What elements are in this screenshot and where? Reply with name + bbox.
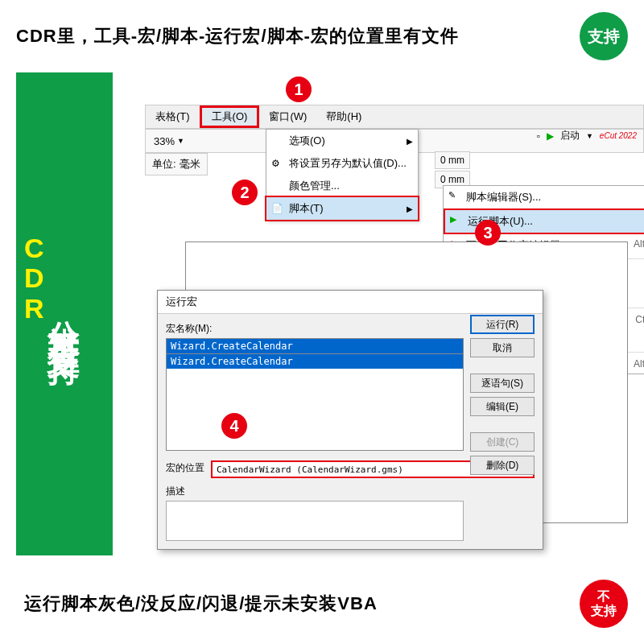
dialog-title: 运行宏 <box>158 291 543 314</box>
step-badge-4: 4 <box>221 413 247 439</box>
right-toolbar: ▫ ▶ 启动 ▼ eCut 2022 ◧ <box>537 129 644 142</box>
unsupported-badge: 不支持 <box>580 580 628 628</box>
dropdown-save-default[interactable]: ⚙ 将设置另存为默认值(D)... <box>266 152 418 175</box>
ecut-label: eCut 2022 <box>600 131 637 140</box>
app-screenshot: 表格(T) 工具(O) 窗口(W) 帮助(H) 33%▼ ▫ ▶ 启动 ▼ eC… <box>145 80 644 547</box>
menu-window[interactable]: 窗口(W) <box>259 105 316 128</box>
units-label: 单位: <box>152 157 176 171</box>
play-icon: ▶ <box>450 214 456 225</box>
menu-tools[interactable]: 工具(O) <box>200 105 260 128</box>
play-icon[interactable]: ▶ <box>547 130 554 142</box>
desc-box <box>166 501 464 541</box>
menubar: 表格(T) 工具(O) 窗口(W) 帮助(H) <box>145 105 644 129</box>
launch-button[interactable]: 启动 <box>560 129 580 142</box>
left-panel: 分辨是否支持 <box>16 72 113 555</box>
gear-icon: ⚙ <box>271 158 280 169</box>
desc-label: 描述 <box>166 485 535 498</box>
create-button: 创建(C) <box>470 432 535 452</box>
dropdown-scripts[interactable]: 📄 脚本(T)▶ <box>265 196 419 221</box>
delete-button[interactable]: 删除(D) <box>470 456 535 475</box>
dimension-1[interactable]: 0 mm <box>435 151 470 169</box>
square-icon[interactable]: ▫ <box>537 130 540 142</box>
macro-list[interactable]: Wizard.CreateCalendar <box>166 354 464 451</box>
location-label: 宏的位置 <box>166 461 204 475</box>
run-button[interactable]: 运行(R) <box>470 315 535 334</box>
submenu-editor[interactable]: ✎ 脚本编辑器(S)...Alt+ <box>444 186 644 208</box>
zoom-selector[interactable]: 33%▼ <box>154 135 184 147</box>
step-badge-1: 1 <box>286 76 312 102</box>
script-icon: 📄 <box>271 203 283 214</box>
menu-tables[interactable]: 表格(T) <box>146 105 200 128</box>
units-bar: 单位: 毫米 <box>145 153 208 175</box>
edit-button[interactable]: 编辑(E) <box>470 397 535 416</box>
menu-help[interactable]: 帮助(H) <box>316 105 371 128</box>
run-macro-dialog: 运行宏 宏名称(M): Wizard.CreateCalendar Wizard… <box>157 290 543 550</box>
submenu-run-script[interactable]: ▶ 运行脚本(U)... <box>444 208 644 234</box>
dropdown-options[interactable]: 选项(O)▶ <box>266 130 418 152</box>
bottom-instruction: 运行脚本灰色/没反应/闪退/提示未安装VBA <box>24 592 378 616</box>
support-badge: 支持 <box>580 12 628 60</box>
step-badge-3: 3 <box>475 220 501 246</box>
units-value[interactable]: 毫米 <box>180 157 200 171</box>
macro-list-item[interactable]: Wizard.CreateCalendar <box>167 354 463 369</box>
cancel-button[interactable]: 取消 <box>470 338 535 357</box>
dropdown-color-mgmt[interactable]: 颜色管理... <box>266 175 418 197</box>
macro-name-input[interactable]: Wizard.CreateCalendar <box>166 338 464 354</box>
top-instruction: CDR里，工具-宏/脚本-运行宏/脚本-宏的位置里有文件 <box>16 24 459 48</box>
step-badge-2: 2 <box>232 180 258 205</box>
left-main-text: 分辨是否支持 <box>43 295 87 333</box>
tools-dropdown: 选项(O)▶ ⚙ 将设置另存为默认值(D)... 颜色管理... 📄 脚本(T)… <box>266 129 419 221</box>
editor-icon: ✎ <box>448 190 456 200</box>
step-button[interactable]: 逐语句(S) <box>470 374 535 393</box>
